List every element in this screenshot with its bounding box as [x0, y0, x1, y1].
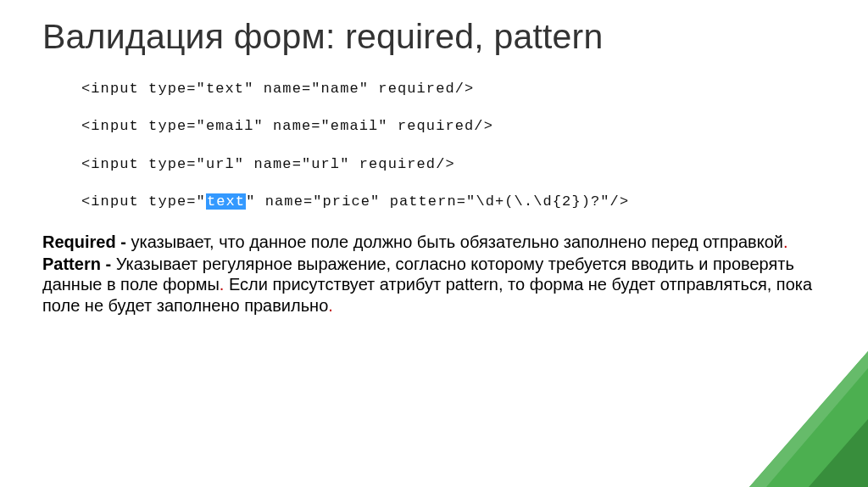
- code-line-2: <input type="email" name="email" require…: [81, 118, 826, 135]
- body-text: Required - указывает, что данное поле до…: [42, 232, 826, 316]
- svg-marker-0: [749, 351, 868, 487]
- term-required: Required -: [42, 232, 131, 251]
- code-l4-post: " name="price" pattern="\d+(\.\d{2})?"/>: [246, 193, 629, 210]
- code-line-4: <input type="text" name="price" pattern=…: [81, 193, 826, 210]
- code-block: <input type="text" name="name" required/…: [81, 81, 826, 211]
- slide: Валидация форм: required, pattern <input…: [0, 0, 868, 487]
- stop-2: .: [220, 275, 229, 294]
- stop-3: .: [328, 296, 333, 315]
- stop-1: .: [783, 232, 788, 251]
- text-required: указывает, что данное поле должно быть о…: [131, 232, 783, 251]
- slide-title: Валидация форм: required, pattern: [42, 17, 826, 57]
- code-l4-highlight: text: [206, 193, 246, 210]
- svg-marker-2: [809, 419, 868, 487]
- paragraph-pattern: Pattern - Указывает регулярное выражение…: [42, 254, 826, 316]
- code-l4-pre: <input type=": [81, 193, 206, 210]
- decoration-triangle-icon: [707, 317, 868, 487]
- code-line-1: <input type="text" name="name" required/…: [81, 81, 826, 98]
- svg-marker-1: [749, 351, 868, 487]
- term-pattern: Pattern -: [42, 255, 116, 273]
- paragraph-required: Required - указывает, что данное поле до…: [42, 232, 826, 252]
- code-line-3: <input type="url" name="url" required/>: [81, 156, 826, 173]
